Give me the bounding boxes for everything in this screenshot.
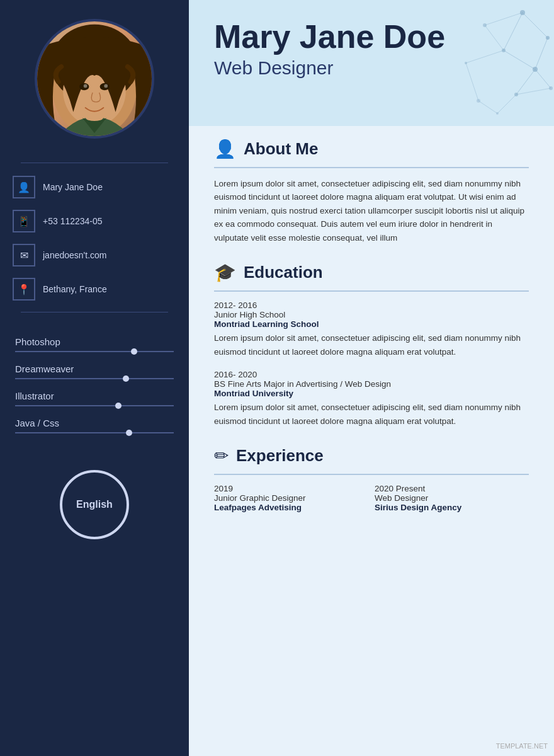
phone-icon: 📱 (13, 210, 35, 232)
education-title: Education (244, 263, 323, 282)
edu-year: 2016- 2020 (214, 370, 529, 379)
education-divider (214, 290, 529, 292)
edu-degree: BS Fine Arts Major in Advertising / Web … (214, 379, 529, 389)
contact-name: Mary Jane Doe (43, 182, 103, 192)
edu-degree: Junior High School (214, 310, 529, 319)
exp-year: 2019 (214, 484, 368, 493)
exp-company: Sirius Design Agency (375, 503, 529, 512)
avatar (35, 19, 154, 139)
exp-year: 2020 Present (375, 484, 529, 493)
svg-point-6 (104, 84, 108, 88)
experience-entry: 2019 Junior Graphic Designer Leafpages A… (214, 484, 368, 512)
experience-entry: 2020 Present Web Designer Sirius Design … (375, 484, 529, 512)
experience-section: ✏ Experience 2019 Junior Graphic Designe… (214, 445, 529, 517)
edu-year: 2012- 2016 (214, 301, 529, 310)
watermark: TEMPLATE.NET (496, 742, 548, 750)
edu-description: Lorem ipsum dolor sit amet, consectetuer… (214, 401, 529, 428)
skill-item: Illustrator (15, 391, 174, 406)
about-section: 👤 About Me Lorem ipsum dolor sit amet, c… (214, 139, 529, 244)
contact-email-item: ✉ janedoesn't.com (13, 244, 176, 266)
contact-name-item: 👤 Mary Jane Doe (13, 176, 176, 198)
language-circle: English (60, 470, 129, 539)
edu-school: Montriad Learning School (214, 319, 529, 329)
skill-dot (123, 375, 129, 382)
skill-label: Photoshop (15, 336, 174, 347)
experience-divider (214, 474, 529, 475)
about-title: About Me (244, 139, 318, 159)
person-icon: 👤 (13, 176, 35, 198)
experience-title: Experience (236, 446, 324, 466)
contact-list: 👤 Mary Jane Doe 📱 +53 112234-05 ✉ janedo… (0, 158, 189, 318)
skill-dot (131, 348, 137, 355)
skill-label: Dreamweaver (15, 364, 174, 374)
sidebar: 👤 Mary Jane Doe 📱 +53 112234-05 ✉ janedo… (0, 0, 189, 756)
skill-bar (15, 405, 174, 406)
edu-description: Lorem ipsum dolor sit amet, consectetuer… (214, 331, 529, 358)
education-entry: 2012- 2016 Junior High School Montriad L… (214, 301, 529, 358)
experience-entries: 2019 Junior Graphic Designer Leafpages A… (214, 484, 529, 517)
skill-item: Java / Css (15, 418, 174, 433)
skill-dot (115, 403, 122, 409)
content-body: 👤 About Me Lorem ipsum dolor sit amet, c… (189, 126, 554, 560)
svg-line-28 (497, 94, 516, 113)
skill-item: Photoshop (15, 336, 174, 352)
about-text: Lorem ipsum dolor sit amet, consectetuer… (214, 177, 529, 245)
contact-phone: +53 112234-05 (43, 216, 103, 226)
graduation-icon: 🎓 (214, 262, 236, 283)
language-section: English (60, 470, 129, 539)
skill-bar (15, 378, 174, 379)
skill-label: Illustrator (15, 391, 174, 401)
skill-item: Dreamweaver (15, 364, 174, 379)
about-header: 👤 About Me (214, 139, 529, 159)
location-icon: 📍 (13, 278, 35, 301)
pencil-icon: ✏ (214, 445, 229, 466)
experience-header: ✏ Experience (214, 445, 529, 466)
skills-section: Photoshop Dreamweaver Illustrator Java /… (0, 330, 189, 451)
language-label: English (76, 499, 113, 510)
main-content: Mary Jane Doe Web Designer 👤 About Me Lo… (189, 0, 554, 756)
education-header: 🎓 Education (214, 262, 529, 283)
skill-dot (126, 430, 132, 436)
skill-bar (15, 351, 174, 352)
email-icon: ✉ (13, 244, 35, 266)
contact-location-item: 📍 Bethany, France (13, 278, 176, 301)
contact-phone-item: 📱 +53 112234-05 (13, 210, 176, 232)
edu-school: Montriad University (214, 389, 529, 398)
header-title: Web Designer (214, 57, 529, 79)
svg-line-24 (535, 69, 551, 88)
education-entry: 2016- 2020 BS Fine Arts Major in Adverti… (214, 370, 529, 428)
education-entries: 2012- 2016 Junior High School Montriad L… (214, 301, 529, 428)
contact-location: Bethany, France (43, 284, 107, 294)
person-section-icon: 👤 (214, 139, 236, 159)
education-section: 🎓 Education 2012- 2016 Junior High Schoo… (214, 262, 529, 428)
skill-label: Java / Css (15, 418, 174, 428)
contact-email: janedoesn't.com (43, 250, 107, 260)
header-name: Mary Jane Doe (214, 19, 529, 55)
about-divider (214, 167, 529, 168)
exp-company: Leafpages Advetising (214, 503, 368, 512)
exp-role: Junior Graphic Designer (214, 493, 368, 503)
exp-role: Web Designer (375, 493, 529, 503)
svg-line-19 (535, 38, 548, 69)
header-section: Mary Jane Doe Web Designer (189, 0, 554, 126)
svg-line-27 (516, 88, 551, 94)
svg-point-5 (84, 84, 88, 88)
svg-line-29 (478, 101, 497, 113)
skill-bar (15, 432, 174, 433)
